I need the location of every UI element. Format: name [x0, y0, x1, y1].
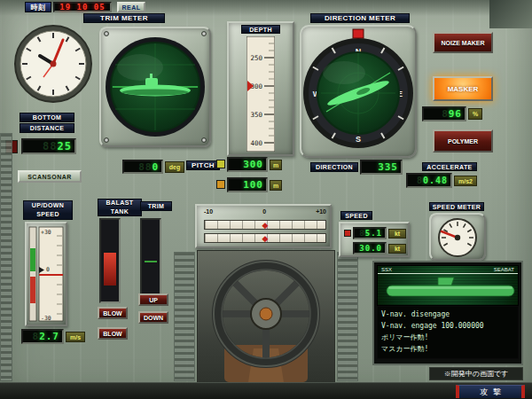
updown-green-bar	[30, 248, 35, 271]
depth-label: DEPTH	[241, 25, 280, 34]
wheel-hub-cap	[260, 308, 272, 320]
sonar-header: SSX SEABAT	[378, 266, 518, 274]
accelerate-unit-text: m/s2	[458, 178, 473, 184]
down-label: DOWN	[144, 315, 163, 321]
speed-indicator	[344, 230, 351, 237]
depth-readout-2-unit: m	[270, 180, 282, 191]
attack-button[interactable]: 攻撃	[456, 385, 525, 398]
blow-2-label: BLOW	[103, 331, 121, 337]
percent-ghost: 8	[442, 108, 449, 120]
bottom-nav-bar: 発令所 戦略図 3Dマップ 操舵室 魚雷室 ソナー室 艦長室 攻撃	[0, 382, 532, 399]
blow-button-2[interactable]: BLOW	[98, 327, 128, 340]
depth-2-unit-text: m	[273, 183, 278, 189]
updown-ghost: 8	[33, 331, 40, 342]
direction-display: 335	[360, 160, 403, 175]
up-label: UP	[149, 297, 158, 303]
dev-note-text: ※開発中の画面です	[444, 369, 509, 379]
bottom-distance-ghost: 88	[43, 140, 57, 153]
time-label: 時刻	[25, 2, 51, 12]
pitch-unit: deg	[165, 161, 184, 173]
balast-fill	[104, 253, 116, 286]
attack-button-label: 攻撃	[480, 387, 506, 398]
depth-tick-350: 350	[250, 111, 262, 119]
direction-meter-label-text: DIRECTION METER	[325, 14, 395, 22]
trim-up-button[interactable]: UP	[138, 293, 168, 306]
corner-shade	[489, 0, 532, 28]
trim-tank-gauge	[140, 218, 161, 303]
trim-tank-tick	[145, 261, 157, 262]
trim-meter-label-text: TRIM METER	[100, 14, 148, 22]
trim-marker-2: ◆	[262, 234, 269, 243]
speed-1-unit-text: kt	[395, 231, 400, 237]
blow-1-label: BLOW	[103, 310, 121, 317]
bottom-distance-value: 25	[58, 140, 72, 153]
updown-label-2: SPEED	[36, 210, 59, 219]
scansonar-button[interactable]: SCANSONAR	[18, 170, 82, 183]
bottom-distance-display: 8825	[21, 138, 76, 154]
masker-percent-display: 896	[422, 106, 466, 121]
pitch-unit-text: deg	[169, 164, 180, 170]
speed-label-text: SPEED	[345, 213, 368, 219]
trim-indicator-bar-1: ◆	[204, 220, 326, 230]
updown-speed-gauge: +30 0 -30	[25, 222, 67, 326]
speed-display-2: 30.0	[353, 242, 387, 254]
masker-button[interactable]: MASKER	[433, 76, 493, 101]
polymer-label: POLYMER	[448, 138, 478, 145]
sonar-header-right: SEABAT	[494, 267, 514, 272]
direction-meter-crt: N E S W	[301, 27, 415, 156]
pitch-label-text: PITCH	[192, 161, 215, 169]
left-edge-vent	[0, 133, 12, 381]
polymer-button[interactable]: POLYMER	[433, 129, 493, 153]
console-line: V-nav. disengage	[381, 309, 514, 320]
updown-speed-display: 82.7	[21, 329, 64, 344]
updown-speed-unit: m/s	[66, 332, 85, 342]
trim-marker-1: ◆	[262, 221, 269, 230]
balast-label-2: TANK	[111, 207, 129, 216]
time-value: 19 10 05	[59, 3, 105, 12]
updown-value: 2.7	[39, 331, 59, 342]
heading-marker	[353, 29, 364, 38]
updown-tick-mid: 0	[46, 266, 50, 273]
bottom-distance-text-2: DISTANCE	[30, 125, 64, 131]
console-line: マスカー作動!	[381, 343, 514, 355]
accelerate-label-text: ACCELERATE	[426, 164, 472, 170]
sonar-header-left: SSX	[381, 267, 392, 272]
blow-button-1[interactable]: BLOW	[98, 307, 128, 319]
trim-down-button[interactable]: DOWN	[138, 311, 168, 324]
time-display: 19 10 05	[53, 2, 112, 12]
steering-wheel[interactable]	[198, 251, 334, 382]
direction-label-text: DIRECTION	[316, 164, 353, 170]
updown-speed-scale: +30 0 -30	[27, 223, 66, 325]
helm-control-panel: 時刻 19 10 05 REAL TRIM METER	[0, 0, 532, 399]
masker-label: MASKER	[448, 85, 479, 93]
balast-label-1: BALAST	[106, 199, 134, 207]
trim-meter-label: TRIM METER	[83, 13, 165, 23]
noize-maker-button[interactable]: NOIZE MAKER	[433, 32, 493, 53]
trim-scale-row: -10 0 +10	[204, 208, 326, 217]
depth-1-value: 300	[243, 159, 263, 170]
depth-readout-1-unit: m	[270, 160, 282, 170]
trim-label-text: TRIM	[148, 203, 165, 209]
real-button[interactable]: REAL	[117, 2, 145, 12]
speed-meter-face	[431, 215, 484, 259]
console-unit: SSX SEABAT V-nav. disengage V-nav. engag…	[372, 261, 523, 365]
compass-s: S	[356, 135, 361, 144]
scansonar-label: SCANSONAR	[27, 174, 72, 180]
depth-meter: DEPTH 250 300 350 400	[227, 21, 294, 156]
accelerate-unit: m/s2	[454, 176, 477, 186]
speed-unit-2: kt	[388, 244, 406, 254]
percent-unit-text: %	[473, 111, 478, 117]
balast-tank-gauge	[99, 218, 121, 303]
real-button-label: REAL	[121, 4, 140, 11]
depth-2-value: 100	[243, 179, 263, 191]
updown-label-1: UP/DOWN	[32, 201, 65, 210]
trim-indicator-bar-2: ◆	[204, 233, 326, 243]
speed-unit-1: kt	[388, 229, 406, 239]
accelerate-ghost: 8	[417, 176, 423, 185]
trim-meter-gauge	[99, 27, 211, 147]
wheel-housing	[197, 250, 335, 383]
bottom-distance-label-2: DISTANCE	[20, 123, 74, 133]
speed-meter-label-text: SPEED METER	[433, 204, 481, 210]
analog-clock	[12, 23, 94, 105]
pitch-display: 880	[122, 160, 163, 174]
